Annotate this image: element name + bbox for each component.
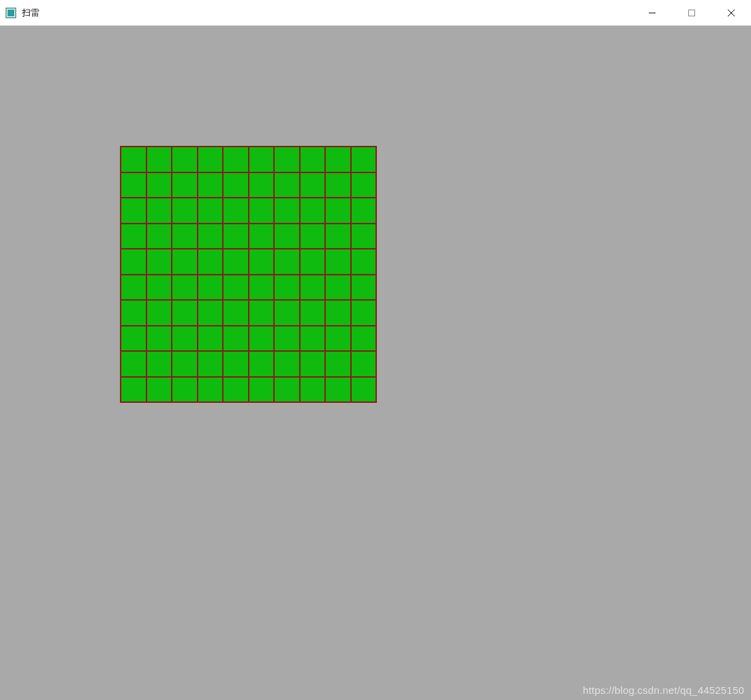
- grid-cell[interactable]: [300, 198, 326, 224]
- grid-cell[interactable]: [351, 249, 377, 275]
- grid-cell[interactable]: [325, 147, 351, 172]
- grid-cell[interactable]: [121, 224, 147, 249]
- grid-cell[interactable]: [121, 300, 147, 326]
- grid-cell[interactable]: [198, 249, 224, 275]
- grid-cell[interactable]: [351, 198, 377, 224]
- grid-cell[interactable]: [325, 377, 351, 403]
- grid-cell[interactable]: [198, 224, 224, 249]
- grid-cell[interactable]: [223, 172, 249, 198]
- grid-cell[interactable]: [325, 224, 351, 249]
- grid-cell[interactable]: [325, 249, 351, 275]
- grid-cell[interactable]: [274, 326, 300, 352]
- grid-cell[interactable]: [223, 198, 249, 224]
- grid-cell[interactable]: [274, 249, 300, 275]
- grid-cell[interactable]: [223, 326, 249, 352]
- grid-cell[interactable]: [121, 326, 147, 352]
- grid-cell[interactable]: [325, 198, 351, 224]
- grid-cell[interactable]: [325, 351, 351, 377]
- grid-cell[interactable]: [249, 198, 275, 224]
- grid-cell[interactable]: [223, 224, 249, 249]
- grid-cell[interactable]: [274, 377, 300, 403]
- grid-cell[interactable]: [147, 249, 172, 275]
- grid-cell[interactable]: [300, 249, 326, 275]
- grid-cell[interactable]: [249, 275, 275, 301]
- minimize-button[interactable]: [632, 0, 672, 25]
- grid-cell[interactable]: [325, 300, 351, 326]
- grid-cell[interactable]: [147, 300, 172, 326]
- grid-cell[interactable]: [351, 147, 377, 172]
- grid-cell[interactable]: [198, 351, 224, 377]
- grid-cell[interactable]: [325, 326, 351, 352]
- grid-cell[interactable]: [172, 351, 198, 377]
- grid-cell[interactable]: [198, 275, 224, 301]
- grid-cell[interactable]: [223, 249, 249, 275]
- grid-cell[interactable]: [274, 198, 300, 224]
- grid-cell[interactable]: [121, 275, 147, 301]
- grid-cell[interactable]: [172, 198, 198, 224]
- grid-cell[interactable]: [351, 224, 377, 249]
- grid-cell[interactable]: [172, 249, 198, 275]
- grid-cell[interactable]: [198, 172, 224, 198]
- grid-cell[interactable]: [249, 351, 275, 377]
- grid-cell[interactable]: [249, 249, 275, 275]
- grid-cell[interactable]: [300, 377, 326, 403]
- grid-cell[interactable]: [198, 147, 224, 172]
- grid-cell[interactable]: [274, 172, 300, 198]
- grid-cell[interactable]: [300, 351, 326, 377]
- grid-cell[interactable]: [223, 377, 249, 403]
- grid-cell[interactable]: [147, 172, 172, 198]
- grid-cell[interactable]: [223, 275, 249, 301]
- grid-cell[interactable]: [249, 172, 275, 198]
- grid-cell[interactable]: [198, 300, 224, 326]
- grid-cell[interactable]: [300, 147, 326, 172]
- grid-cell[interactable]: [351, 377, 377, 403]
- grid-cell[interactable]: [172, 224, 198, 249]
- grid-cell[interactable]: [172, 275, 198, 301]
- grid-cell[interactable]: [172, 300, 198, 326]
- grid-cell[interactable]: [147, 351, 172, 377]
- grid-cell[interactable]: [351, 326, 377, 352]
- grid-cell[interactable]: [325, 172, 351, 198]
- grid-cell[interactable]: [121, 377, 147, 403]
- grid-cell[interactable]: [249, 377, 275, 403]
- grid-cell[interactable]: [300, 172, 326, 198]
- grid-cell[interactable]: [121, 249, 147, 275]
- grid-cell[interactable]: [121, 147, 147, 172]
- grid-cell[interactable]: [147, 326, 172, 352]
- grid-cell[interactable]: [121, 198, 147, 224]
- grid-cell[interactable]: [351, 275, 377, 301]
- grid-cell[interactable]: [172, 147, 198, 172]
- grid-cell[interactable]: [198, 198, 224, 224]
- grid-cell[interactable]: [351, 172, 377, 198]
- grid-cell[interactable]: [351, 351, 377, 377]
- grid-cell[interactable]: [172, 172, 198, 198]
- grid-cell[interactable]: [147, 147, 172, 172]
- close-button[interactable]: [711, 0, 751, 25]
- grid-cell[interactable]: [274, 224, 300, 249]
- grid-cell[interactable]: [223, 351, 249, 377]
- grid-cell[interactable]: [172, 377, 198, 403]
- grid-cell[interactable]: [147, 275, 172, 301]
- grid-cell[interactable]: [300, 224, 326, 249]
- grid-cell[interactable]: [300, 300, 326, 326]
- grid-cell[interactable]: [198, 326, 224, 352]
- grid-cell[interactable]: [274, 351, 300, 377]
- grid-cell[interactable]: [249, 300, 275, 326]
- grid-cell[interactable]: [198, 377, 224, 403]
- grid-cell[interactable]: [274, 275, 300, 301]
- maximize-button[interactable]: [672, 0, 711, 25]
- grid-cell[interactable]: [249, 224, 275, 249]
- grid-cell[interactable]: [121, 172, 147, 198]
- grid-cell[interactable]: [300, 326, 326, 352]
- grid-cell[interactable]: [325, 275, 351, 301]
- grid-cell[interactable]: [249, 147, 275, 172]
- grid-cell[interactable]: [351, 300, 377, 326]
- grid-cell[interactable]: [147, 224, 172, 249]
- grid-cell[interactable]: [274, 300, 300, 326]
- grid-cell[interactable]: [300, 275, 326, 301]
- grid-cell[interactable]: [274, 147, 300, 172]
- grid-cell[interactable]: [121, 351, 147, 377]
- grid-cell[interactable]: [223, 147, 249, 172]
- grid-cell[interactable]: [147, 377, 172, 403]
- grid-cell[interactable]: [223, 300, 249, 326]
